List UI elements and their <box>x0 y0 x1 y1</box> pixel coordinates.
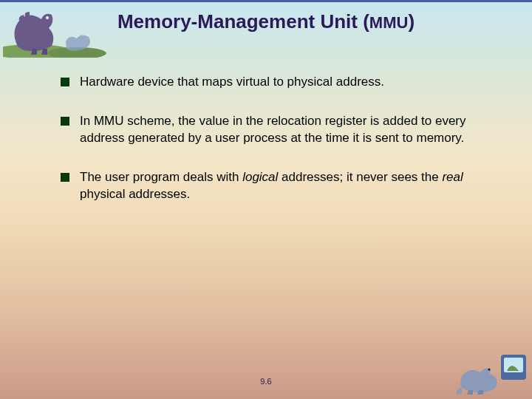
bullet-marker-icon <box>61 78 69 86</box>
top-border <box>0 0 532 2</box>
page-number: 9.6 <box>0 377 532 386</box>
bullet-marker-icon <box>61 117 69 126</box>
bullet-text: The user program deals with logical addr… <box>80 169 474 203</box>
title-abbrev: MMU <box>369 13 409 32</box>
bullet-item: The user program deals with logical addr… <box>61 169 474 203</box>
bullet-marker-icon <box>61 173 69 182</box>
bullet-item: In MMU scheme, the value in the relocati… <box>61 113 474 147</box>
slide: Memory-Management Unit (MMU) Hardware de… <box>0 0 532 399</box>
title-close: ) <box>408 10 415 33</box>
slide-title: Memory-Management Unit (MMU) <box>0 10 532 33</box>
dinosaur-right-illustration <box>454 350 528 395</box>
svg-point-5 <box>488 368 490 370</box>
title-main: Memory-Management Unit ( <box>117 10 369 33</box>
bullet-item: Hardware device that maps virtual to phy… <box>61 74 474 91</box>
bullet-text: In MMU scheme, the value in the relocati… <box>80 113 474 147</box>
body-content: Hardware device that maps virtual to phy… <box>61 74 474 225</box>
bullet-text: Hardware device that maps virtual to phy… <box>80 74 474 91</box>
